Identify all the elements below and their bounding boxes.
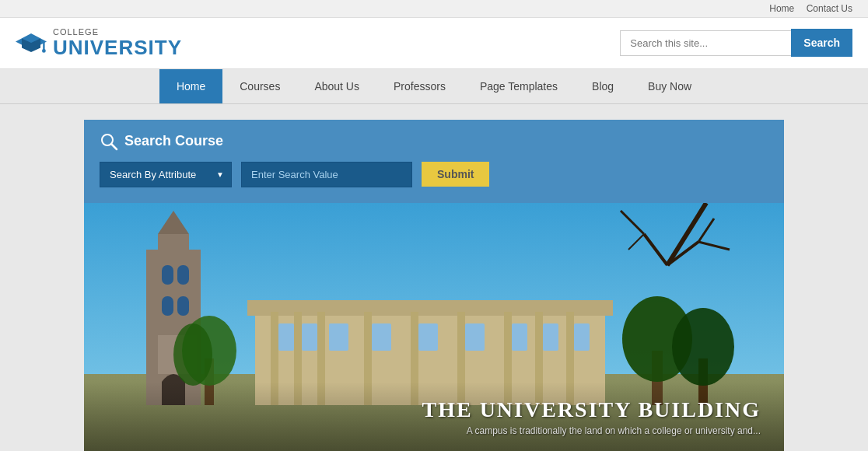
header: COLLEGE UNIVERSITY Search [0, 18, 868, 69]
svg-point-42 [672, 308, 734, 386]
svg-point-3 [42, 49, 46, 53]
svg-rect-12 [177, 265, 189, 285]
submit-button[interactable]: Submit [422, 162, 489, 187]
svg-rect-34 [543, 323, 558, 351]
search-course-label: Search Course [124, 133, 223, 149]
nav-item-about[interactable]: About Us [297, 69, 376, 103]
svg-rect-2 [43, 42, 44, 51]
main-nav: Home Courses About Us Professors Page Te… [0, 69, 868, 104]
header-search-button[interactable]: Search [791, 29, 852, 57]
logo-university-text: UNIVERSITY [53, 37, 182, 59]
svg-rect-13 [162, 296, 173, 316]
contact-link[interactable]: Contact Us [807, 3, 852, 14]
svg-rect-32 [465, 323, 485, 351]
svg-rect-31 [418, 323, 438, 351]
logo-text: COLLEGE UNIVERSITY [53, 27, 182, 59]
svg-rect-30 [372, 323, 391, 351]
svg-rect-9 [158, 234, 189, 257]
content-wrapper: Search Course Search By Attribute Title … [84, 120, 784, 451]
svg-rect-27 [278, 323, 294, 351]
search-course-box: Search Course Search By Attribute Title … [84, 120, 784, 203]
svg-line-5 [111, 144, 117, 149]
search-course-title: Search Course [100, 132, 768, 151]
hero-image: THE UNIVERSITY BUILDING A campus is trad… [84, 203, 784, 451]
nav-item-buy-now[interactable]: Buy Now [631, 69, 709, 103]
nav-item-blog[interactable]: Blog [575, 69, 631, 103]
search-value-input[interactable] [241, 162, 412, 187]
attribute-dropdown[interactable]: Search By Attribute Title Category Instr… [100, 162, 232, 187]
nav-item-page-templates[interactable]: Page Templates [463, 69, 575, 103]
search-course-icon [100, 132, 118, 151]
top-bar: Home Contact Us [0, 0, 868, 18]
graduation-cap-icon [16, 30, 47, 55]
header-search-area: Search [620, 29, 852, 57]
svg-rect-11 [162, 265, 173, 285]
home-link[interactable]: Home [769, 3, 794, 14]
search-controls: Search By Attribute Title Category Instr… [100, 162, 768, 187]
hero-subtitle: A campus is traditionally the land on wh… [107, 425, 761, 436]
nav-item-home[interactable]: Home [159, 69, 222, 103]
attribute-dropdown-wrapper: Search By Attribute Title Category Instr… [100, 162, 232, 187]
header-search-input[interactable] [620, 30, 791, 56]
nav-item-professors[interactable]: Professors [376, 69, 463, 103]
svg-rect-33 [512, 323, 527, 351]
main-content: Search Course Search By Attribute Title … [0, 104, 868, 451]
svg-rect-28 [302, 323, 317, 351]
svg-rect-17 [247, 300, 613, 316]
svg-point-38 [173, 323, 212, 386]
nav-item-courses[interactable]: Courses [222, 69, 297, 103]
svg-rect-29 [329, 323, 348, 351]
svg-rect-35 [574, 323, 590, 351]
svg-rect-14 [177, 296, 189, 316]
logo: COLLEGE UNIVERSITY [16, 27, 182, 59]
hero-caption: THE UNIVERSITY BUILDING A campus is trad… [84, 382, 784, 451]
hero-title: THE UNIVERSITY BUILDING [107, 397, 761, 422]
